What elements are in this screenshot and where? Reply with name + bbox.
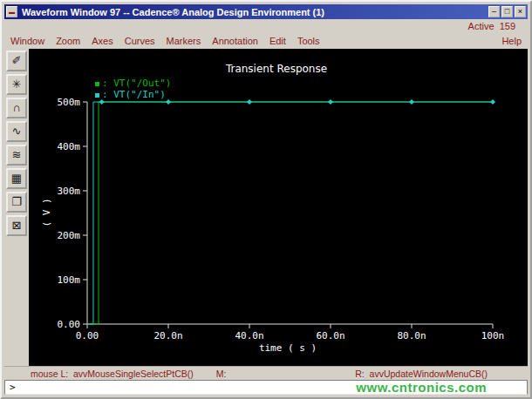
chart-title: Transient Response bbox=[225, 63, 327, 75]
x-tick-label: 60.0n bbox=[316, 330, 344, 342]
x-tick-label: 0.00 bbox=[76, 330, 99, 342]
x-tick-label: 100n bbox=[481, 330, 505, 342]
legend-label[interactable]: : VT("/In") bbox=[102, 89, 166, 100]
legend-swatch bbox=[95, 93, 99, 98]
menu-markers[interactable]: Markers bbox=[167, 36, 201, 46]
datapoint-diamond-marker[interactable] bbox=[166, 99, 171, 105]
datapoint-diamond-marker[interactable] bbox=[409, 99, 414, 105]
x-tick-label: 20.0n bbox=[153, 330, 182, 342]
menubar: WindowZoomAxesCurvesMarkersAnnotationEdi… bbox=[4, 32, 528, 49]
y-tick-label: 400m bbox=[58, 141, 81, 152]
plot-area[interactable]: Transient Response0.0020.0n40.0n60.0n80.… bbox=[29, 49, 528, 366]
status-mouse-middle: M: bbox=[216, 369, 227, 379]
trace-in[interactable] bbox=[87, 102, 493, 324]
menu-axes[interactable]: Axes bbox=[92, 36, 113, 46]
delete-icon[interactable]: ⊠ bbox=[6, 215, 27, 236]
datapoint-diamond-marker[interactable] bbox=[328, 99, 333, 105]
split-curves-icon[interactable]: ≋ bbox=[6, 145, 27, 166]
menu-edit[interactable]: Edit bbox=[269, 36, 286, 46]
menu-window[interactable]: Window bbox=[10, 36, 44, 46]
close-button[interactable]: × bbox=[515, 6, 526, 17]
active-status-label: Active 159 bbox=[468, 21, 515, 31]
menu-zoom[interactable]: Zoom bbox=[56, 36, 80, 46]
maximize-button[interactable]: □ bbox=[501, 6, 513, 17]
legend-label[interactable]: : VT("/Out") bbox=[102, 78, 171, 89]
calculator-icon[interactable]: ▦ bbox=[6, 168, 27, 189]
trace-out[interactable] bbox=[87, 102, 493, 324]
zoom-fit-icon[interactable]: ✳ bbox=[6, 74, 27, 95]
x-axis-label: time ( s ) bbox=[259, 342, 317, 354]
menu-curves[interactable]: Curves bbox=[125, 36, 155, 46]
waveform-chart[interactable]: Transient Response0.0020.0n40.0n60.0n80.… bbox=[29, 49, 528, 366]
watermark: www.cntronics.com bbox=[356, 380, 487, 395]
toolbar: ✐✳∩∿≋▦❐⊠ bbox=[4, 49, 29, 366]
copy-window-icon[interactable]: ❐ bbox=[6, 192, 27, 213]
titlebar: ▬ Waveform Window 97 -- Cadence® Analog … bbox=[4, 4, 528, 19]
probe-pen-icon[interactable]: ✐ bbox=[6, 51, 27, 71]
menu-annotation[interactable]: Annotation bbox=[212, 36, 258, 46]
legend-swatch bbox=[95, 82, 99, 86]
y-tick-label: 500m bbox=[58, 97, 81, 108]
minimize-button[interactable]: – bbox=[488, 6, 500, 17]
menu-tools[interactable]: Tools bbox=[297, 36, 320, 46]
redraw-icon[interactable]: ∩ bbox=[6, 98, 27, 118]
x-tick-label: 40.0n bbox=[235, 330, 263, 342]
status-mouse-right: R: avvUpdateWindowMenuCB() bbox=[355, 369, 488, 379]
y-tick-label: 100m bbox=[58, 274, 81, 286]
datapoint-diamond-marker[interactable] bbox=[490, 99, 495, 105]
y-tick-label: 0.00 bbox=[58, 319, 81, 330]
x-tick-label: 80.0n bbox=[397, 330, 426, 342]
waveform-window: ▬ Waveform Window 97 -- Cadence® Analog … bbox=[0, 0, 532, 399]
active-status-row: Active 159 bbox=[4, 19, 528, 32]
window-title: Waveform Window 97 -- Cadence® Analog De… bbox=[19, 7, 487, 17]
window-menu-button[interactable]: ▬ bbox=[6, 6, 17, 17]
y-tick-label: 300m bbox=[58, 186, 81, 197]
y-tick-label: 200m bbox=[58, 230, 81, 241]
main-content: ✐✳∩∿≋▦❐⊠ Transient Response0.0020.0n40.0… bbox=[4, 49, 528, 366]
y-axis-label: ( V ) bbox=[41, 198, 52, 227]
strip-chart-icon[interactable]: ∿ bbox=[6, 121, 27, 142]
menu-items: WindowZoomAxesCurvesMarkersAnnotationEdi… bbox=[10, 36, 501, 46]
menu-help[interactable]: Help bbox=[501, 36, 522, 46]
datapoint-diamond-marker[interactable] bbox=[247, 99, 252, 105]
status-mouse-left: mouse L: avvMouseSingleSelectPtCB() bbox=[31, 369, 194, 379]
prompt-text: > bbox=[10, 382, 16, 393]
statusbar: mouse L: avvMouseSingleSelectPtCB() M: R… bbox=[4, 366, 528, 380]
